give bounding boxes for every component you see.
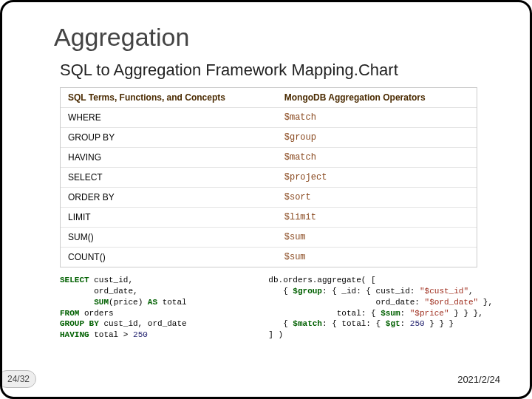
page-number-badge: 24/32	[0, 370, 36, 388]
sql-term: LIMIT	[61, 208, 277, 227]
mongo-op: $match	[277, 148, 477, 167]
txt: db.orders.aggregate( [	[268, 276, 375, 284]
kw: $group	[293, 287, 322, 296]
table-row: WHERE$match	[61, 108, 477, 128]
kw: HAVING	[60, 330, 89, 339]
kw: $match	[293, 319, 322, 328]
txt: total	[157, 298, 187, 307]
mongo-op: $sum	[277, 248, 477, 267]
sql-term: SELECT	[61, 168, 277, 187]
sql-term: SUM()	[61, 228, 277, 247]
txt: total >	[89, 330, 133, 339]
table-row: COUNT()$sum	[61, 248, 477, 267]
table-row: SELECT$project	[61, 168, 477, 188]
kw: GROUP BY	[60, 319, 99, 328]
kw: FROM	[60, 309, 79, 318]
table-row: GROUP BY$group	[61, 128, 477, 148]
txt: : { total: {	[322, 319, 386, 328]
mongo-example: db.orders.aggregate( [ { $group: { _id: …	[268, 275, 493, 341]
date-label: 2021/2/24	[457, 374, 500, 385]
sql-term: GROUP BY	[61, 128, 277, 147]
mongo-op: $limit	[277, 208, 477, 227]
txt: } } },	[449, 309, 483, 318]
txt: ord_date,	[60, 287, 138, 296]
sql-term: ORDER BY	[61, 188, 277, 207]
txt: },	[478, 298, 493, 307]
str: "$cust_id"	[420, 287, 468, 296]
table-header: SQL Terms, Functions, and Concepts Mongo…	[61, 88, 477, 108]
slide: Aggregation SQL to Aggregation Framework…	[0, 0, 532, 399]
txt: total: {	[268, 309, 381, 318]
kw: SELECT	[60, 276, 89, 284]
txt: (price)	[109, 298, 148, 307]
header-right: MongoDB Aggregation Operators	[277, 88, 477, 107]
txt: ,	[468, 287, 474, 296]
mongo-op: $match	[277, 108, 477, 127]
mongo-op: $project	[277, 168, 477, 187]
table-row: ORDER BY$sort	[61, 188, 477, 208]
txt	[60, 298, 94, 307]
mongo-op: $sum	[277, 228, 477, 247]
table-row: SUM()$sum	[61, 228, 477, 248]
code-example: SELECT cust_id, ord_date, SUM(price) AS …	[60, 275, 493, 341]
header-left: SQL Terms, Functions, and Concepts	[61, 88, 277, 107]
txt: : { _id: { cust_id:	[322, 287, 420, 296]
mapping-table: SQL Terms, Functions, and Concepts Mongo…	[60, 87, 477, 267]
num: 250	[133, 330, 148, 339]
mongo-op: $sort	[277, 188, 477, 207]
mongo-op: $group	[277, 128, 477, 147]
txt: } } }	[425, 319, 454, 328]
txt: {	[268, 319, 293, 328]
txt: :	[400, 319, 410, 328]
table-row: HAVING$match	[61, 148, 477, 168]
txt: ] )	[268, 330, 283, 339]
txt: orders	[79, 309, 113, 318]
sql-term: WHERE	[61, 108, 277, 127]
kw: AS	[148, 298, 157, 307]
sql-term: HAVING	[61, 148, 277, 167]
kw: $sum	[381, 309, 400, 318]
slide-subtitle: SQL to Aggregation Framework Mapping.Cha…	[60, 61, 493, 80]
txt: cust_id,	[89, 276, 133, 284]
slide-title: Aggregation	[54, 23, 493, 52]
num: 250	[410, 319, 425, 328]
sql-example: SELECT cust_id, ord_date, SUM(price) AS …	[60, 275, 239, 341]
str: "$price"	[410, 309, 449, 318]
sql-term: COUNT()	[61, 248, 277, 267]
table-row: LIMIT$limit	[61, 208, 477, 228]
kw: SUM	[94, 298, 109, 307]
kw: $gt	[386, 319, 400, 328]
txt: :	[400, 309, 410, 318]
txt: {	[268, 287, 293, 296]
txt: cust_id, ord_date	[99, 319, 187, 328]
str: "$ord_date"	[425, 298, 479, 307]
txt: ord_date:	[268, 298, 424, 307]
